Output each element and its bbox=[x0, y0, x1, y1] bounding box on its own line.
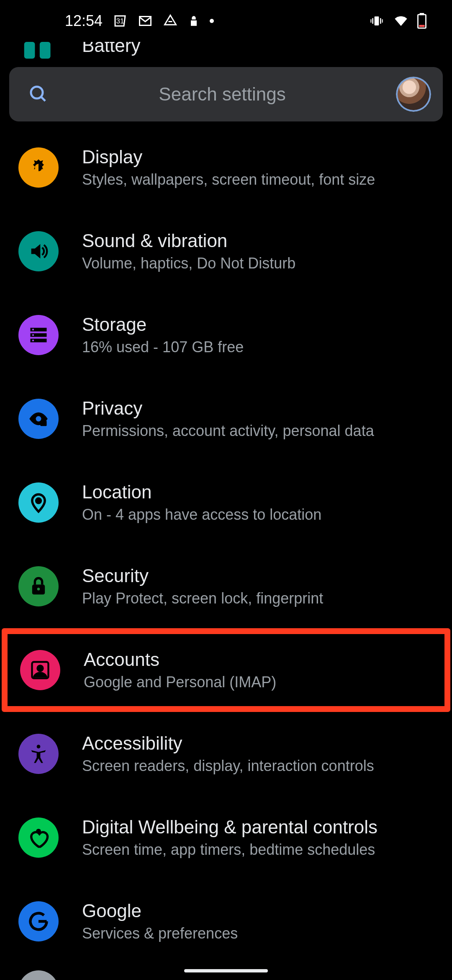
drive-icon bbox=[163, 13, 178, 28]
more-notifications-icon bbox=[210, 19, 214, 23]
svg-point-17 bbox=[32, 329, 34, 330]
display-icon bbox=[18, 147, 59, 188]
item-title: Accounts bbox=[84, 649, 276, 670]
settings-list: Display Styles, wallpapers, screen timeo… bbox=[0, 126, 452, 980]
location-icon bbox=[18, 482, 59, 523]
vpn-key-icon bbox=[188, 13, 200, 28]
item-subtitle: On - 4 apps have access to location bbox=[82, 506, 321, 524]
account-icon bbox=[20, 650, 60, 690]
svg-point-25 bbox=[37, 588, 40, 591]
item-subtitle: 16% used - 107 GB free bbox=[82, 338, 244, 356]
profile-avatar[interactable] bbox=[396, 77, 431, 112]
settings-item-storage[interactable]: Storage 16% used - 107 GB free bbox=[0, 293, 452, 377]
sound-icon bbox=[18, 231, 59, 271]
settings-item-accessibility[interactable]: Accessibility Screen readers, display, i… bbox=[0, 712, 452, 796]
item-title: Digital Wellbeing & parental controls bbox=[82, 817, 378, 838]
svg-point-20 bbox=[36, 416, 41, 422]
settings-item-wellbeing[interactable]: Digital Wellbeing & parental controls Sc… bbox=[0, 796, 452, 879]
status-left: 12:54 31 bbox=[65, 12, 214, 30]
accessibility-icon bbox=[18, 734, 59, 774]
privacy-icon bbox=[18, 399, 59, 439]
settings-item-location[interactable]: Location On - 4 apps have access to loca… bbox=[0, 461, 452, 544]
wellbeing-icon bbox=[18, 818, 59, 858]
item-subtitle: Screen readers, display, interaction con… bbox=[82, 757, 374, 775]
svg-text:31: 31 bbox=[116, 17, 124, 25]
svg-rect-4 bbox=[370, 19, 371, 23]
svg-line-12 bbox=[41, 97, 45, 101]
search-placeholder: Search settings bbox=[49, 84, 396, 105]
svg-point-27 bbox=[38, 665, 43, 671]
svg-rect-10 bbox=[40, 42, 51, 59]
item-title: Location bbox=[82, 482, 321, 503]
nav-home-indicator[interactable] bbox=[184, 969, 268, 972]
svg-rect-1 bbox=[375, 16, 379, 25]
vibrate-icon bbox=[368, 14, 385, 28]
item-title: Privacy bbox=[82, 398, 374, 419]
settings-item-google[interactable]: Google Services & preferences bbox=[0, 879, 452, 963]
search-icon bbox=[28, 84, 49, 104]
svg-point-11 bbox=[31, 87, 43, 98]
item-title: Accessibility bbox=[82, 733, 374, 754]
item-title: Storage bbox=[82, 314, 244, 335]
svg-rect-2 bbox=[372, 18, 373, 23]
item-subtitle: Styles, wallpapers, screen timeout, font… bbox=[82, 171, 375, 188]
item-title: Google bbox=[82, 900, 238, 921]
status-right bbox=[368, 13, 427, 29]
svg-point-28 bbox=[37, 745, 41, 748]
svg-rect-5 bbox=[382, 19, 383, 23]
settings-item-sound[interactable]: Sound & vibration Volume, haptics, Do No… bbox=[0, 209, 452, 293]
svg-point-18 bbox=[32, 334, 34, 336]
svg-rect-3 bbox=[380, 18, 381, 23]
settings-item-security[interactable]: Security Play Protect, screen lock, fing… bbox=[0, 544, 452, 628]
status-time: 12:54 bbox=[65, 12, 103, 30]
item-subtitle: Screen time, app timers, bedtime schedul… bbox=[82, 841, 378, 859]
svg-rect-7 bbox=[420, 13, 424, 15]
item-title: Display bbox=[82, 147, 375, 168]
battery-title: Battery bbox=[82, 42, 140, 56]
gmail-icon bbox=[138, 13, 153, 28]
calendar-icon: 31 bbox=[113, 13, 128, 28]
search-bar[interactable]: Search settings bbox=[9, 67, 443, 121]
battery-icon bbox=[417, 13, 427, 29]
settings-item-accounts[interactable]: Accounts Google and Personal (IMAP) bbox=[2, 628, 450, 712]
settings-item-privacy[interactable]: Privacy Permissions, account activity, p… bbox=[0, 377, 452, 461]
settings-item-display[interactable]: Display Styles, wallpapers, screen timeo… bbox=[0, 126, 452, 209]
info-icon bbox=[18, 970, 59, 980]
svg-rect-8 bbox=[419, 25, 424, 27]
item-subtitle: Volume, haptics, Do Not Disturb bbox=[82, 255, 295, 272]
lock-icon bbox=[18, 566, 59, 606]
item-title: Sound & vibration bbox=[82, 230, 295, 251]
item-subtitle: Play Protect, screen lock, fingerprint bbox=[82, 590, 323, 607]
google-icon bbox=[18, 901, 59, 941]
storage-icon bbox=[18, 315, 59, 355]
svg-point-23 bbox=[36, 498, 41, 503]
svg-point-19 bbox=[32, 340, 34, 341]
item-subtitle: Services & preferences bbox=[82, 925, 238, 942]
status-bar: 12:54 31 bbox=[0, 0, 452, 42]
wifi-icon bbox=[393, 14, 409, 28]
item-subtitle: Permissions, account activity, personal … bbox=[82, 422, 374, 440]
item-title: Security bbox=[82, 565, 323, 586]
item-subtitle: Google and Personal (IMAP) bbox=[84, 673, 276, 691]
svg-rect-9 bbox=[24, 42, 35, 59]
